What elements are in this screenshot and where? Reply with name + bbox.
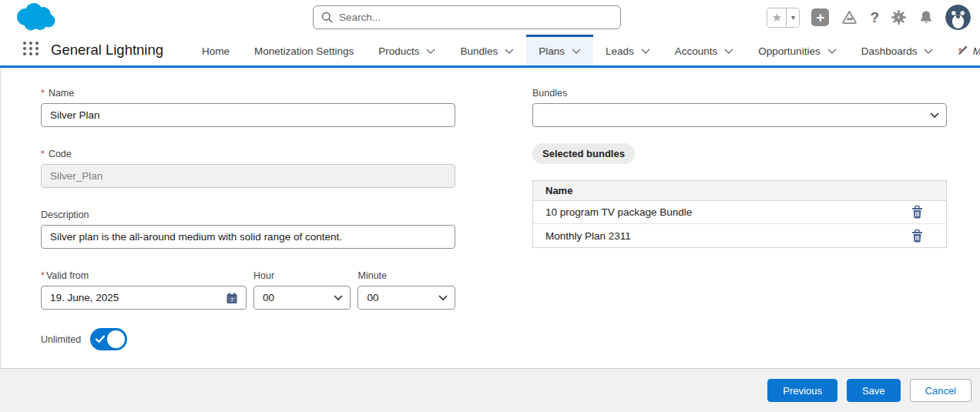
salesforce-logo-icon [12,2,59,37]
favorites-dropdown-icon[interactable]: ▾ [786,8,799,27]
nav-tab-accounts[interactable]: Accounts [663,35,747,65]
app-name: General Lightning [51,42,163,59]
required-marker: * [41,88,45,99]
hour-label: Hour [253,270,351,281]
required-marker: * [41,149,45,159]
nav-bar: General Lightning Home Monetization Sett… [0,35,980,68]
name-input[interactable] [41,103,455,127]
description-label: Description [41,209,455,220]
chevron-down-icon [438,295,448,301]
chevron-down-icon[interactable] [827,49,837,54]
nav-tab-plans[interactable]: Plans [526,35,593,65]
description-field-group: Description [41,209,455,249]
search-input[interactable] [339,12,612,23]
trash-icon [911,206,923,219]
calendar-icon[interactable]: 7 [225,291,239,305]
name-field-group: *Name [41,88,455,127]
name-label: *Name [41,88,455,99]
global-header: ★ ▾ + ? [0,0,980,35]
form-footer: Previous Save Cancel [0,368,980,412]
svg-text:7: 7 [230,296,233,303]
nav-tab-home[interactable]: Home [190,35,242,65]
previous-button[interactable]: Previous [767,379,837,402]
unlimited-label: Unlimited [41,334,81,345]
check-icon [95,333,106,344]
nav-tab-leads[interactable]: Leads [593,35,663,65]
chevron-down-icon[interactable] [924,49,933,54]
selected-bundles-badge: Selected bundles [532,143,635,164]
edit-nav-pencil-icon[interactable] [956,35,969,65]
selected-bundles-table: Name 10 program TV package Bundle Monthl… [532,180,947,248]
bundles-select[interactable] [532,103,947,127]
code-field-group: *Code [41,149,455,188]
toggle-knob [107,330,125,348]
guidance-trailhead-icon[interactable] [841,9,858,26]
required-marker: * [41,270,45,281]
plan-form: *Name *Code Description *Valid from 19. … [0,68,980,368]
bundles-label: Bundles [532,88,947,99]
chevron-down-icon[interactable] [641,49,650,54]
bundles-field-group: Bundles [532,88,947,127]
favorite-star-icon[interactable]: ★ [767,8,786,27]
code-label: *Code [41,149,455,159]
description-input[interactable] [41,225,455,249]
favorites-control: ★ ▾ [767,8,800,28]
unlimited-field-group: Unlimited [41,328,455,350]
notifications-bell-icon[interactable] [918,9,934,25]
app-launcher-icon[interactable] [22,39,40,61]
trash-icon [911,229,923,243]
valid-from-label: *Valid from [41,270,247,281]
code-input [41,164,455,188]
chevron-down-icon[interactable] [426,49,435,54]
chevron-down-icon [334,295,343,301]
nav-tab-bundles[interactable]: Bundles [448,35,526,65]
minute-select[interactable]: 00 [357,286,455,310]
chevron-down-icon[interactable] [572,49,581,54]
table-header-name: Name [533,181,946,201]
nav-tab-products[interactable]: Products [366,35,448,65]
nav-tab-dashboards[interactable]: Dashboards [849,35,946,65]
chevron-down-icon [930,112,939,119]
save-button[interactable]: Save [847,379,901,402]
table-row: 10 program TV package Bundle [533,201,946,224]
valid-from-date-input[interactable]: 19. June, 2025 7 [41,286,247,310]
minute-label: Minute [357,270,455,281]
nav-tab-monetization-settings[interactable]: Monetization Settings [242,35,366,65]
nav-tabs: Home Monetization Settings Products Bund… [190,35,980,65]
search-icon [321,12,333,23]
hour-select[interactable]: 00 [253,286,351,310]
unlimited-toggle[interactable] [90,328,127,350]
valid-from-row: *Valid from 19. June, 2025 7 Hour [41,270,455,310]
nav-tab-opportunities[interactable]: Opportunities [746,35,848,65]
help-icon[interactable]: ? [870,9,879,26]
user-avatar[interactable] [945,5,971,30]
cancel-button[interactable]: Cancel [910,379,972,402]
table-row: Monthly Plan 2311 [533,224,946,247]
global-actions-plus-icon[interactable]: + [811,8,829,26]
chevron-down-icon[interactable] [724,49,733,54]
global-search [313,5,621,29]
setup-gear-icon[interactable] [891,9,907,25]
delete-bundle-button[interactable] [908,227,926,244]
chevron-down-icon[interactable] [505,49,514,54]
delete-bundle-button[interactable] [908,204,926,221]
